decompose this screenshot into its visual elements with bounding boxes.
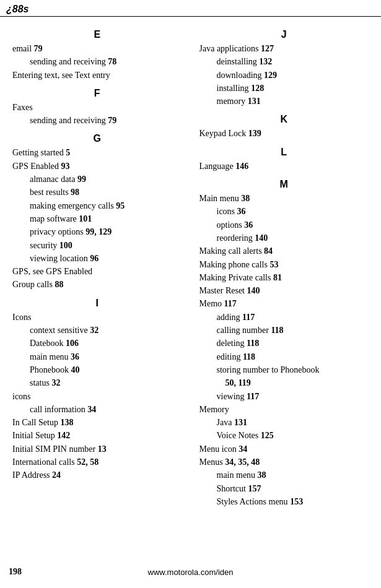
book-title: ¿88s xyxy=(6,4,28,14)
index-entry: call information 34 xyxy=(12,404,182,416)
index-entry: Group calls 88 xyxy=(12,279,182,291)
index-entry: map software 101 xyxy=(12,213,182,225)
index-entry: email 79 xyxy=(12,43,182,55)
index-entry: viewing 117 xyxy=(199,391,369,403)
index-entry: reordering 140 xyxy=(199,232,369,244)
index-entry: calling number 118 xyxy=(199,324,369,337)
section-letter-e: E xyxy=(12,29,182,40)
index-entry: Styles Actions menu 153 xyxy=(199,496,369,508)
index-entry: installing 128 xyxy=(199,82,369,95)
index-entry: icons 36 xyxy=(199,205,369,218)
index-entry: Language 146 xyxy=(199,160,369,173)
section-letter-j: J xyxy=(199,29,369,40)
index-entry: Datebook 106 xyxy=(12,337,182,350)
section-letter-i: I xyxy=(12,298,182,309)
index-entry: Shortcut 157 xyxy=(199,483,369,495)
index-entry: main menu 36 xyxy=(12,351,182,363)
index-entry: context sensitive 32 xyxy=(12,324,182,337)
index-entry: Master Reset 140 xyxy=(199,285,369,297)
index-entry: deinstalling 132 xyxy=(199,56,369,68)
index-entry: Voice Notes 125 xyxy=(199,430,369,442)
index-entry: Memo 117 xyxy=(199,298,369,310)
index-entry: sending and receiving 78 xyxy=(12,56,182,68)
index-entry: main menu 38 xyxy=(199,469,369,482)
index-entry: sending and receiving 79 xyxy=(12,115,182,127)
index-entry: Making phone calls 53 xyxy=(199,259,369,271)
index-entry: security 100 xyxy=(12,240,182,252)
index-entry: adding 117 xyxy=(199,311,369,324)
index-entry: International calls 52, 58 xyxy=(12,456,182,469)
section-letter-l: L xyxy=(199,147,369,158)
index-entry: options 36 xyxy=(199,219,369,231)
index-entry: Making call alerts 84 xyxy=(199,245,369,257)
index-entry: making emergency calls 95 xyxy=(12,200,182,212)
index-entry: Java 131 xyxy=(199,417,369,429)
index-entry: icons xyxy=(12,391,182,403)
index-entry: Icons xyxy=(12,311,182,324)
right-column: JJava applications 127deinstalling 132do… xyxy=(191,23,375,509)
index-entry: memory 131 xyxy=(199,95,369,108)
section-letter-f: F xyxy=(12,88,182,99)
section-letter-m: M xyxy=(199,179,369,190)
index-entry: In Call Setup 138 xyxy=(12,417,182,429)
index-entry: almanac data 99 xyxy=(12,173,182,186)
main-content: Eemail 79sending and receiving 78Enterin… xyxy=(0,17,381,534)
index-entry: Phonebook 40 xyxy=(12,364,182,376)
index-entry: best results 98 xyxy=(12,186,182,199)
index-entry: Java applications 127 xyxy=(199,43,369,55)
footer-url: www.motorola.com/iden xyxy=(0,568,381,577)
section-letter-k: K xyxy=(199,114,369,125)
index-entry: GPS, see GPS Enabled xyxy=(12,266,182,278)
index-entry: Entering text, see Text entry xyxy=(12,69,182,82)
index-entry: Keypad Lock 139 xyxy=(199,128,369,140)
index-entry: Making Private calls 81 xyxy=(199,272,369,284)
index-entry: deleting 118 xyxy=(199,337,369,350)
left-column: Eemail 79sending and receiving 78Enterin… xyxy=(6,23,191,509)
index-entry: Initial SIM PIN number 13 xyxy=(12,443,182,456)
index-entry: Faxes xyxy=(12,102,182,114)
index-entry: storing number to Phonebook xyxy=(199,364,369,376)
index-entry: editing 118 xyxy=(199,351,369,363)
index-entry: downloading 129 xyxy=(199,69,369,82)
index-entry: status 32 xyxy=(12,377,182,389)
index-entry: Initial Setup 142 xyxy=(12,430,182,442)
index-entry: Getting started 5 xyxy=(12,147,182,159)
index-entry: Memory xyxy=(199,404,369,416)
page-header: ¿88s xyxy=(0,0,381,17)
index-entry: IP Address 24 xyxy=(12,469,182,482)
page-number: 198 xyxy=(9,567,22,577)
index-entry: 50, 119 xyxy=(199,377,369,389)
index-entry: privacy options 99, 129 xyxy=(12,226,182,238)
index-entry: Menus 34, 35, 48 xyxy=(199,456,369,469)
index-entry: viewing location 96 xyxy=(12,253,182,265)
section-letter-g: G xyxy=(12,133,182,144)
index-entry: GPS Enabled 93 xyxy=(12,160,182,173)
index-entry: Menu icon 34 xyxy=(199,443,369,456)
index-entry: Main menu 38 xyxy=(199,192,369,205)
